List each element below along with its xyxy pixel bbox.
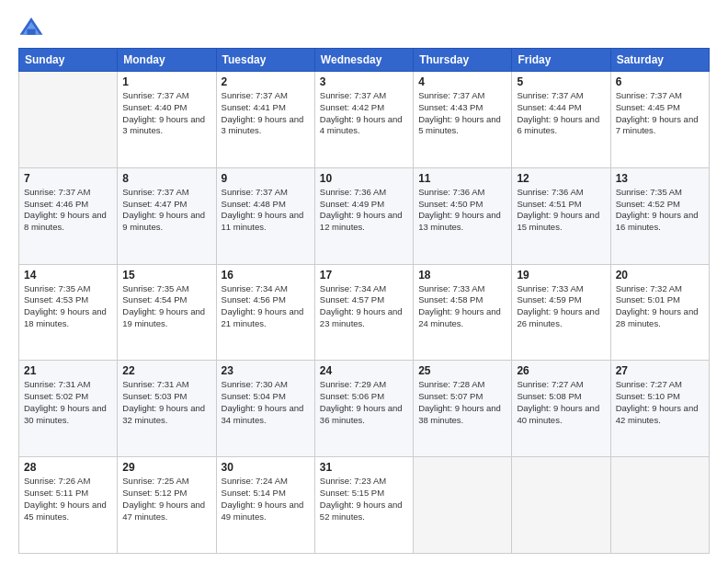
- day-number: 8: [122, 172, 210, 185]
- day-number: 23: [222, 364, 310, 377]
- calendar-week-row: 14Sunrise: 7:35 AMSunset: 4:53 PMDayligh…: [19, 264, 710, 361]
- calendar-cell: 13Sunrise: 7:35 AMSunset: 4:52 PMDayligh…: [610, 167, 709, 264]
- weekday-header-saturday: Saturday: [610, 49, 709, 72]
- day-detail: Sunrise: 7:37 AMSunset: 4:46 PMDaylight:…: [24, 187, 112, 234]
- day-detail: Sunrise: 7:37 AMSunset: 4:45 PMDaylight:…: [616, 90, 704, 137]
- calendar-cell: 20Sunrise: 7:32 AMSunset: 5:01 PMDayligh…: [610, 264, 709, 361]
- day-detail: Sunrise: 7:35 AMSunset: 4:52 PMDaylight:…: [616, 187, 704, 234]
- day-number: 25: [418, 364, 506, 377]
- calendar-cell: 7Sunrise: 7:37 AMSunset: 4:46 PMDaylight…: [19, 167, 118, 264]
- calendar-cell: 29Sunrise: 7:25 AMSunset: 5:12 PMDayligh…: [118, 457, 216, 554]
- calendar-cell: 9Sunrise: 7:37 AMSunset: 4:48 PMDaylight…: [216, 167, 314, 264]
- calendar-cell: 18Sunrise: 7:33 AMSunset: 4:58 PMDayligh…: [414, 264, 512, 361]
- day-number: 3: [320, 75, 408, 88]
- day-number: 19: [517, 269, 605, 282]
- calendar-cell: [512, 457, 610, 554]
- weekday-header-tuesday: Tuesday: [216, 49, 314, 72]
- weekday-header-row: SundayMondayTuesdayWednesdayThursdayFrid…: [19, 49, 710, 72]
- calendar-cell: 11Sunrise: 7:36 AMSunset: 4:50 PMDayligh…: [414, 167, 512, 264]
- calendar-cell: 19Sunrise: 7:33 AMSunset: 4:59 PMDayligh…: [512, 264, 610, 361]
- day-detail: Sunrise: 7:37 AMSunset: 4:40 PMDaylight:…: [122, 90, 210, 137]
- day-detail: Sunrise: 7:27 AMSunset: 5:10 PMDaylight:…: [616, 379, 704, 426]
- calendar-cell: 6Sunrise: 7:37 AMSunset: 4:45 PMDaylight…: [610, 72, 709, 168]
- day-detail: Sunrise: 7:33 AMSunset: 4:59 PMDaylight:…: [517, 283, 605, 330]
- day-number: 18: [418, 269, 506, 282]
- day-number: 4: [418, 75, 506, 88]
- day-number: 29: [122, 461, 210, 474]
- calendar-cell: [610, 457, 709, 554]
- calendar-cell: 5Sunrise: 7:37 AMSunset: 4:44 PMDaylight…: [512, 72, 610, 168]
- calendar-cell: 3Sunrise: 7:37 AMSunset: 4:42 PMDaylight…: [314, 72, 413, 168]
- calendar-cell: 23Sunrise: 7:30 AMSunset: 5:04 PMDayligh…: [216, 361, 314, 457]
- day-number: 27: [616, 364, 704, 377]
- day-detail: Sunrise: 7:37 AMSunset: 4:44 PMDaylight:…: [517, 90, 605, 137]
- calendar-cell: 24Sunrise: 7:29 AMSunset: 5:06 PMDayligh…: [314, 361, 413, 457]
- day-number: 1: [122, 75, 210, 88]
- day-number: 26: [517, 364, 605, 377]
- day-detail: Sunrise: 7:37 AMSunset: 4:42 PMDaylight:…: [320, 90, 408, 137]
- calendar-cell: 2Sunrise: 7:37 AMSunset: 4:41 PMDaylight…: [216, 72, 314, 168]
- day-number: 10: [320, 172, 408, 185]
- day-detail: Sunrise: 7:35 AMSunset: 4:54 PMDaylight:…: [122, 283, 210, 330]
- day-detail: Sunrise: 7:31 AMSunset: 5:02 PMDaylight:…: [24, 379, 112, 426]
- weekday-header-monday: Monday: [118, 49, 216, 72]
- day-number: 14: [24, 269, 112, 282]
- calendar-cell: 8Sunrise: 7:37 AMSunset: 4:47 PMDaylight…: [118, 167, 216, 264]
- calendar-cell: 27Sunrise: 7:27 AMSunset: 5:10 PMDayligh…: [610, 361, 709, 457]
- calendar-cell: 17Sunrise: 7:34 AMSunset: 4:57 PMDayligh…: [314, 264, 413, 361]
- calendar-cell: 10Sunrise: 7:36 AMSunset: 4:49 PMDayligh…: [314, 167, 413, 264]
- day-number: 28: [24, 461, 112, 474]
- page: SundayMondayTuesdayWednesdayThursdayFrid…: [0, 0, 728, 563]
- day-detail: Sunrise: 7:24 AMSunset: 5:14 PMDaylight:…: [222, 476, 310, 523]
- calendar-cell: 26Sunrise: 7:27 AMSunset: 5:08 PMDayligh…: [512, 361, 610, 457]
- calendar-cell: 28Sunrise: 7:26 AMSunset: 5:11 PMDayligh…: [19, 457, 118, 554]
- day-number: 31: [320, 461, 408, 474]
- day-detail: Sunrise: 7:37 AMSunset: 4:48 PMDaylight:…: [222, 187, 310, 234]
- day-number: 15: [122, 269, 210, 282]
- day-number: 7: [24, 172, 112, 185]
- calendar-week-row: 1Sunrise: 7:37 AMSunset: 4:40 PMDaylight…: [19, 72, 710, 168]
- day-detail: Sunrise: 7:36 AMSunset: 4:50 PMDaylight:…: [418, 187, 506, 234]
- calendar-cell: 31Sunrise: 7:23 AMSunset: 5:15 PMDayligh…: [314, 457, 413, 554]
- calendar-cell: 12Sunrise: 7:36 AMSunset: 4:51 PMDayligh…: [512, 167, 610, 264]
- logo: [18, 15, 46, 40]
- day-detail: Sunrise: 7:34 AMSunset: 4:56 PMDaylight:…: [222, 283, 310, 330]
- day-detail: Sunrise: 7:30 AMSunset: 5:04 PMDaylight:…: [222, 379, 310, 426]
- weekday-header-wednesday: Wednesday: [314, 49, 413, 72]
- calendar-cell: 16Sunrise: 7:34 AMSunset: 4:56 PMDayligh…: [216, 264, 314, 361]
- weekday-header-thursday: Thursday: [414, 49, 512, 72]
- calendar-cell: [19, 72, 118, 168]
- day-number: 12: [517, 172, 605, 185]
- day-detail: Sunrise: 7:29 AMSunset: 5:06 PMDaylight:…: [320, 379, 408, 426]
- calendar-cell: 22Sunrise: 7:31 AMSunset: 5:03 PMDayligh…: [118, 361, 216, 457]
- day-detail: Sunrise: 7:28 AMSunset: 5:07 PMDaylight:…: [418, 379, 506, 426]
- day-number: 16: [222, 269, 310, 282]
- header: [18, 15, 710, 40]
- calendar-cell: 30Sunrise: 7:24 AMSunset: 5:14 PMDayligh…: [216, 457, 314, 554]
- day-detail: Sunrise: 7:33 AMSunset: 4:58 PMDaylight:…: [418, 283, 506, 330]
- day-number: 21: [24, 364, 112, 377]
- weekday-header-friday: Friday: [512, 49, 610, 72]
- calendar-cell: 4Sunrise: 7:37 AMSunset: 4:43 PMDaylight…: [414, 72, 512, 168]
- calendar-table: SundayMondayTuesdayWednesdayThursdayFrid…: [18, 48, 710, 554]
- calendar-week-row: 7Sunrise: 7:37 AMSunset: 4:46 PMDaylight…: [19, 167, 710, 264]
- calendar-cell: 15Sunrise: 7:35 AMSunset: 4:54 PMDayligh…: [118, 264, 216, 361]
- day-detail: Sunrise: 7:35 AMSunset: 4:53 PMDaylight:…: [24, 283, 112, 330]
- calendar-cell: 21Sunrise: 7:31 AMSunset: 5:02 PMDayligh…: [19, 361, 118, 457]
- day-number: 6: [616, 75, 704, 88]
- day-number: 5: [517, 75, 605, 88]
- day-detail: Sunrise: 7:25 AMSunset: 5:12 PMDaylight:…: [122, 476, 210, 523]
- svg-rect-2: [27, 29, 35, 35]
- day-number: 2: [222, 75, 310, 88]
- weekday-header-sunday: Sunday: [19, 49, 118, 72]
- day-number: 20: [616, 269, 704, 282]
- day-number: 30: [222, 461, 310, 474]
- day-detail: Sunrise: 7:23 AMSunset: 5:15 PMDaylight:…: [320, 476, 408, 523]
- calendar-cell: 25Sunrise: 7:28 AMSunset: 5:07 PMDayligh…: [414, 361, 512, 457]
- logo-icon: [18, 15, 44, 40]
- day-detail: Sunrise: 7:37 AMSunset: 4:47 PMDaylight:…: [122, 187, 210, 234]
- calendar-cell: [414, 457, 512, 554]
- day-number: 22: [122, 364, 210, 377]
- day-number: 24: [320, 364, 408, 377]
- day-detail: Sunrise: 7:31 AMSunset: 5:03 PMDaylight:…: [122, 379, 210, 426]
